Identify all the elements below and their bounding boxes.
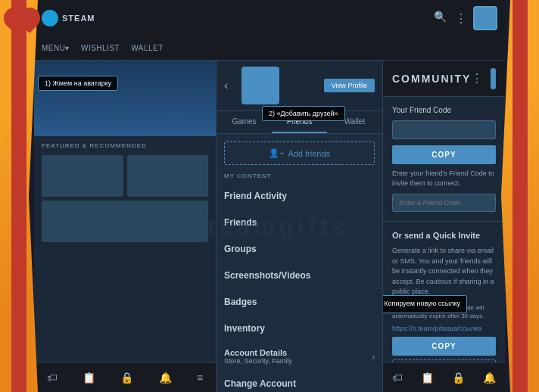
main-wrapper: STEAM 🔍 ⋮ MENU▾ WISHLIST WALLET steamgif… xyxy=(34,0,505,392)
copy-link-button[interactable]: COPY xyxy=(392,337,496,356)
copy-friend-code-button[interactable]: COPY xyxy=(392,145,496,164)
nav-icon-clipboard-right[interactable]: 📋 xyxy=(421,372,434,384)
menu-item-groups[interactable]: Groups xyxy=(217,236,382,263)
featured-item xyxy=(42,155,123,197)
steam-logo: STEAM xyxy=(42,10,95,26)
steam-nav: MENU▾ WISHLIST WALLET xyxy=(34,36,505,61)
menu-item-friends[interactable]: Friends xyxy=(217,210,382,236)
menu-item-account-details[interactable]: Account Details Store, Security, Family … xyxy=(217,342,382,371)
tooltip-step4: ✓4) Копируем новую ссылку xyxy=(382,295,467,313)
quick-invite-desc: Generate a link to share via email or SM… xyxy=(392,246,496,297)
steam-logo-text: STEAM xyxy=(62,14,95,23)
nav-icon-lock[interactable]: 🔒 xyxy=(120,372,133,384)
menu-item-change-account[interactable]: Change Account xyxy=(217,371,382,392)
nav-icon-menu[interactable]: ≡ xyxy=(197,372,203,384)
add-friends-button[interactable]: 👤+ Add friends xyxy=(224,142,375,165)
community-title: COMMUNITY xyxy=(392,73,471,85)
friend-code-section: Your Friend Code COPY Enter your friend'… xyxy=(383,97,505,222)
featured-item xyxy=(127,155,209,197)
featured-label: FEATURED & RECOMMENDED xyxy=(42,142,208,149)
avatar[interactable] xyxy=(473,6,497,30)
account-details-sub: Store, Security, Family xyxy=(224,357,292,365)
link-url: https://s.team/p/ваша/ссылка xyxy=(392,325,496,332)
middle-panel: 2) «Добавить друзей» ‹ View Profile Game… xyxy=(216,61,382,392)
menu-item-inventory[interactable]: Inventory xyxy=(217,316,382,342)
left-panel: 1) Жмем на аватарку FEATURED & RECOMMEND… xyxy=(34,61,216,392)
nav-icon-tag-right[interactable]: 🏷 xyxy=(392,372,403,384)
search-icon[interactable]: 🔍 xyxy=(434,11,449,26)
menu-item-friend-activity[interactable]: Friend Activity xyxy=(217,183,382,210)
quick-invite-title: Or send a Quick Invite xyxy=(392,231,496,240)
nav-icon-lock-right[interactable]: 🔒 xyxy=(452,372,465,384)
tooltip-step2: 2) «Добавить друзей» xyxy=(262,106,345,121)
add-friends-label: Add friends xyxy=(288,149,330,158)
nav-icon-clipboard[interactable]: 📋 xyxy=(83,372,95,384)
nav-icon-bell[interactable]: 🔔 xyxy=(159,372,172,384)
right-panel: ✓4) Копируем новую ссылку COMMUNITY ⋮ Yo… xyxy=(382,61,505,392)
bottom-nav-right: 🏷 📋 🔒 🔔 xyxy=(383,362,505,392)
menu-item-badges[interactable]: Badges xyxy=(217,289,382,316)
community-header: COMMUNITY ⋮ xyxy=(383,61,505,97)
friend-code-input[interactable] xyxy=(392,120,496,139)
gift-ribbon-right xyxy=(513,0,528,392)
tooltip-step1: 1) Жмем на аватарку xyxy=(38,76,118,91)
profile-banner xyxy=(34,61,216,136)
quick-invite-section: Or send a Quick Invite Generate a link t… xyxy=(383,222,505,362)
back-arrow-icon[interactable]: ‹ xyxy=(224,79,228,92)
generate-new-link-button[interactable]: Generate new link xyxy=(392,359,496,362)
account-details-label: Account Details xyxy=(224,348,292,357)
content-area: steamgifts 1) Жмем на аватарку FEATURED … xyxy=(34,61,505,392)
profile-thumb xyxy=(241,67,279,104)
steam-header: STEAM 🔍 ⋮ xyxy=(34,0,505,36)
community-avatar[interactable] xyxy=(491,68,496,89)
friend-code-label: Your Friend Code xyxy=(392,106,496,114)
featured-item-wide xyxy=(42,201,208,242)
featured-section: FEATURED & RECOMMENDED xyxy=(34,136,216,248)
nav-icon-bell-right[interactable]: 🔔 xyxy=(483,372,496,384)
nav-item-wallet[interactable]: WALLET xyxy=(131,44,164,52)
panel-header: ‹ View Profile xyxy=(217,61,382,111)
nav-item-wishlist[interactable]: WISHLIST xyxy=(81,44,120,52)
gift-ribbon-left xyxy=(11,0,26,392)
enter-friend-code-input[interactable] xyxy=(392,194,496,212)
community-more-icon[interactable]: ⋮ xyxy=(471,71,483,86)
more-options-icon[interactable]: ⋮ xyxy=(455,11,467,26)
menu-items: Friend Activity Friends Groups Screensho… xyxy=(217,183,382,392)
bottom-nav-left: 🏷 📋 🔒 🔔 ≡ xyxy=(34,362,216,392)
featured-grid xyxy=(42,155,208,242)
nav-icon-tag[interactable]: 🏷 xyxy=(47,372,58,384)
gift-bow-left xyxy=(4,8,45,42)
view-profile-button[interactable]: View Profile xyxy=(324,79,375,92)
my-content-label: MY CONTENT xyxy=(217,173,382,183)
friend-code-desc: Enter your friend's Friend Code to invit… xyxy=(392,169,496,188)
chevron-right-icon: › xyxy=(372,353,375,361)
add-friends-icon: 👤+ xyxy=(269,148,284,158)
menu-item-screenshots[interactable]: Screenshots/Videos xyxy=(217,263,382,289)
nav-item-menu[interactable]: MENU▾ xyxy=(42,44,70,52)
